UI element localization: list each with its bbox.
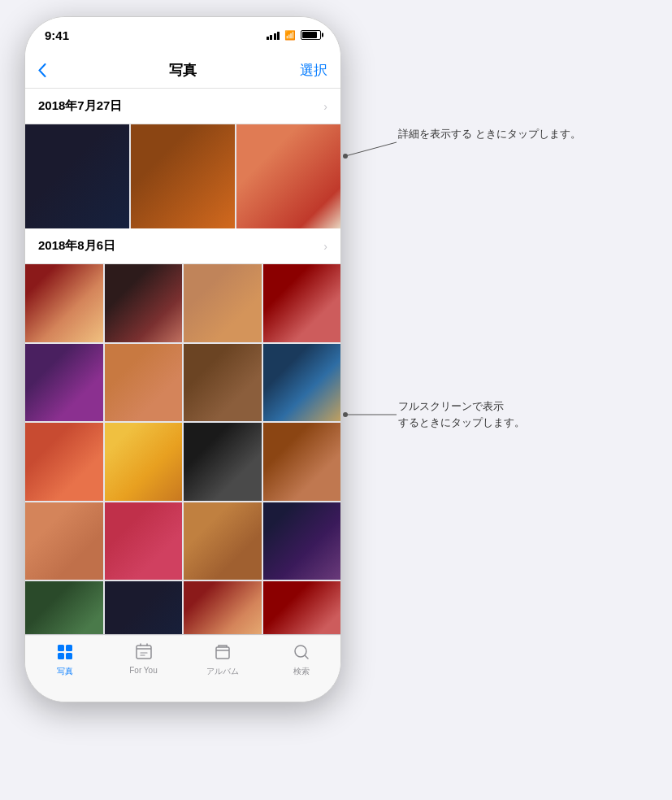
- photo-cell[interactable]: [131, 124, 235, 228]
- section-2-date: 2018年8月6日: [38, 238, 115, 254]
- albums-icon: [212, 641, 233, 663]
- photo-cell[interactable]: [236, 124, 340, 228]
- photo-cell[interactable]: [184, 423, 262, 501]
- svg-point-8: [343, 154, 348, 159]
- svg-rect-3: [66, 653, 72, 659]
- photo-content[interactable]: 2018年7月27日 › 2018年8月6日 ›: [25, 89, 340, 636]
- tab-albums[interactable]: アルバム: [198, 641, 247, 677]
- phone-frame: 9:41 📶 写真 選択 2018年7月27日: [24, 16, 341, 702]
- wifi-icon: 📶: [284, 30, 296, 41]
- photo-cell[interactable]: [105, 344, 183, 422]
- nav-bar: 写真 選択: [25, 53, 340, 89]
- section-1-header[interactable]: 2018年7月27日 ›: [25, 89, 340, 124]
- svg-rect-1: [66, 645, 72, 651]
- tab-bar: 写真 For You アルバム: [25, 634, 340, 702]
- photo-cell[interactable]: [184, 344, 262, 422]
- select-button[interactable]: 選択: [300, 61, 327, 80]
- photo-cell[interactable]: [184, 264, 262, 342]
- tab-for-you-label: For You: [129, 666, 157, 675]
- annotation-fullscreen: フルスクリーンで表示するときにタップします。: [398, 398, 525, 430]
- section-1-chevron: ›: [323, 100, 327, 113]
- nav-title: 写真: [169, 61, 197, 80]
- photo-cell[interactable]: [263, 581, 341, 636]
- photo-cell[interactable]: [105, 581, 183, 636]
- tab-photos-label: 写真: [57, 666, 73, 677]
- photo-cell[interactable]: [184, 581, 262, 636]
- status-time: 9:41: [45, 28, 69, 42]
- svg-point-10: [343, 412, 348, 417]
- for-you-icon: [133, 641, 154, 663]
- section-1-date: 2018年7月27日: [38, 98, 122, 114]
- tab-search[interactable]: 検索: [277, 641, 326, 677]
- photos-icon: [54, 641, 76, 663]
- photo-cell[interactable]: [263, 344, 341, 422]
- svg-rect-5: [216, 647, 229, 659]
- section-2-grid: [25, 264, 340, 636]
- tab-photos[interactable]: 写真: [41, 641, 89, 677]
- svg-line-7: [345, 142, 397, 156]
- section-2-chevron: ›: [323, 240, 327, 253]
- section-2-header[interactable]: 2018年8月6日 ›: [25, 228, 340, 264]
- photo-cell[interactable]: [184, 502, 262, 580]
- signal-icon: [267, 30, 280, 40]
- battery-icon: [301, 30, 321, 40]
- section-1: 2018年7月27日 ›: [25, 89, 340, 228]
- svg-rect-4: [137, 646, 151, 659]
- svg-rect-0: [58, 645, 64, 651]
- photo-cell[interactable]: [263, 423, 341, 501]
- status-bar: 9:41 📶: [25, 17, 340, 53]
- photo-cell[interactable]: [263, 264, 341, 342]
- tab-albums-label: アルバム: [206, 666, 239, 677]
- svg-rect-2: [58, 653, 64, 659]
- back-button[interactable]: [38, 63, 46, 77]
- photo-cell[interactable]: [25, 124, 129, 228]
- status-icons: 📶: [267, 30, 322, 41]
- annotation-detail: 詳細を表示する ときにタップします。: [398, 126, 581, 142]
- photo-cell[interactable]: [105, 264, 183, 342]
- battery-fill: [302, 32, 317, 38]
- photo-cell[interactable]: [25, 344, 103, 422]
- photo-cell[interactable]: [25, 264, 103, 342]
- tab-search-label: 検索: [293, 666, 310, 677]
- photo-cell[interactable]: [25, 423, 103, 501]
- section-1-grid: [25, 124, 340, 228]
- photo-cell[interactable]: [25, 581, 103, 636]
- tab-for-you[interactable]: For You: [119, 641, 168, 675]
- photo-cell[interactable]: [263, 502, 341, 580]
- section-2: 2018年8月6日 ›: [25, 228, 340, 636]
- photo-cell[interactable]: [25, 502, 103, 580]
- photo-cell[interactable]: [105, 423, 183, 501]
- photo-cell[interactable]: [105, 502, 183, 580]
- search-icon: [291, 641, 312, 663]
